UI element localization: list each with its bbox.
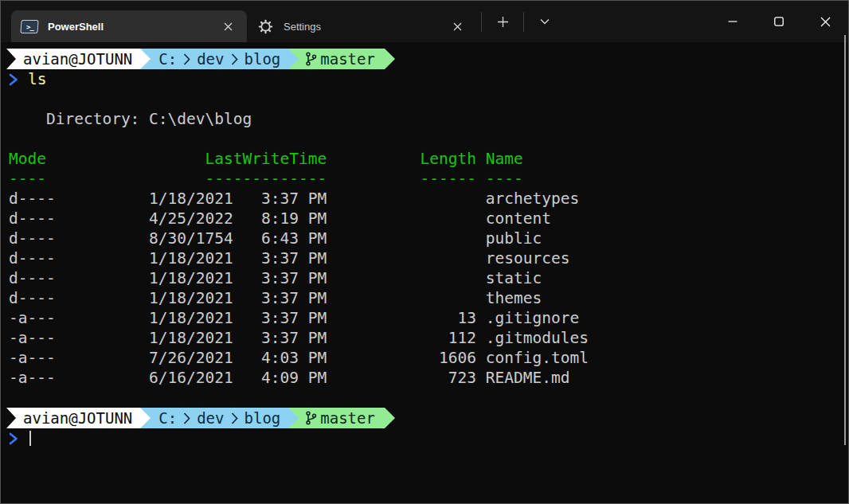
prompt-start-block bbox=[1, 408, 6, 428]
powerline-separator-icon bbox=[288, 408, 299, 428]
prompt-start-block bbox=[1, 49, 6, 69]
close-icon bbox=[820, 17, 831, 27]
prompt-line: avian@JOTUNN C: dev blog master bbox=[1, 49, 848, 69]
prompt-path-segment: C: dev blog bbox=[151, 408, 288, 428]
git-branch-icon bbox=[305, 411, 317, 425]
typed-command: ls bbox=[28, 69, 46, 89]
powerline-separator-icon bbox=[385, 408, 395, 428]
powerline-separator-icon bbox=[288, 49, 299, 69]
prompt-git-segment: master bbox=[299, 408, 385, 428]
chevron-right-icon bbox=[231, 53, 238, 66]
maximize-button[interactable] bbox=[756, 1, 802, 42]
gear-icon bbox=[256, 18, 274, 35]
prompt-path-dir: blog bbox=[245, 49, 281, 69]
git-branch-name: master bbox=[320, 49, 375, 69]
tab-title: PowerShell bbox=[48, 21, 217, 33]
blank-line bbox=[1, 388, 848, 408]
toolbar-divider bbox=[523, 12, 524, 32]
close-tab-icon[interactable] bbox=[217, 15, 239, 37]
listing-rows: d---- 1/18/2021 3:37 PM archetypes d----… bbox=[1, 189, 848, 388]
prompt-path-drive: C: bbox=[158, 408, 177, 428]
prompt-path-dir: dev bbox=[197, 49, 224, 69]
chevron-right-icon bbox=[183, 53, 190, 66]
tab-dropdown-button[interactable] bbox=[529, 8, 561, 35]
prompt-path-dir: blog bbox=[245, 408, 281, 428]
prompt-chevron-icon bbox=[9, 432, 18, 446]
blank-line bbox=[1, 89, 848, 109]
listing-header: Mode LastWriteTime Length Name ---- ----… bbox=[1, 149, 848, 189]
powerline-separator-icon bbox=[385, 49, 395, 69]
tab-title: Settings bbox=[284, 21, 446, 33]
command-line: ls bbox=[1, 69, 848, 89]
prompt-user-segment: avian@JOTUNN bbox=[1, 49, 140, 69]
prompt-git-segment: master bbox=[299, 49, 385, 69]
tab-powershell[interactable]: >_ PowerShell bbox=[11, 10, 247, 42]
chevron-down-icon bbox=[540, 18, 550, 25]
prompt-user-host: avian@JOTUNN bbox=[23, 408, 132, 428]
plus-icon bbox=[498, 17, 508, 27]
text-cursor bbox=[29, 431, 31, 446]
window-controls bbox=[710, 1, 848, 42]
chevron-right-icon bbox=[231, 412, 238, 425]
prompt-path-dir: dev bbox=[197, 408, 224, 428]
terminal-window: >_ PowerShell bbox=[0, 0, 849, 504]
prompt-chevron-icon bbox=[9, 72, 18, 87]
powershell-icon-glyph: >_ bbox=[26, 22, 33, 30]
close-tab-icon[interactable] bbox=[446, 15, 468, 37]
prompt-user-host: avian@JOTUNN bbox=[23, 49, 132, 69]
powershell-icon: >_ bbox=[20, 20, 38, 33]
maximize-icon bbox=[774, 17, 784, 26]
prompt-start-arrow-icon bbox=[6, 49, 16, 69]
toolbar-divider bbox=[481, 12, 482, 32]
git-branch-name: master bbox=[320, 408, 375, 428]
tab-settings[interactable]: Settings bbox=[247, 10, 476, 42]
terminal-pane[interactable]: avian@JOTUNN C: dev blog master bbox=[1, 42, 848, 503]
titlebar[interactable]: >_ PowerShell bbox=[1, 1, 848, 42]
prompt-user-segment: avian@JOTUNN bbox=[1, 408, 140, 428]
tab-strip: >_ PowerShell bbox=[1, 1, 561, 42]
powerline-separator-icon bbox=[140, 49, 151, 69]
minimize-button[interactable] bbox=[710, 1, 756, 42]
git-branch-icon bbox=[305, 52, 317, 66]
input-line[interactable] bbox=[1, 428, 848, 448]
prompt-path-drive: C: bbox=[158, 49, 177, 69]
prompt-path-segment: C: dev blog bbox=[151, 49, 288, 69]
chevron-right-icon bbox=[183, 412, 190, 425]
new-tab-button[interactable] bbox=[487, 8, 518, 35]
blank-line bbox=[1, 129, 848, 149]
directory-path-line: Directory: C:\dev\blog bbox=[1, 109, 848, 129]
prompt-line: avian@JOTUNN C: dev blog master bbox=[1, 408, 848, 428]
close-window-button[interactable] bbox=[802, 1, 848, 42]
minimize-icon bbox=[728, 17, 737, 26]
prompt-start-arrow-icon bbox=[6, 408, 16, 428]
powerline-separator-icon bbox=[140, 408, 151, 428]
scrollbar[interactable] bbox=[844, 35, 846, 445]
